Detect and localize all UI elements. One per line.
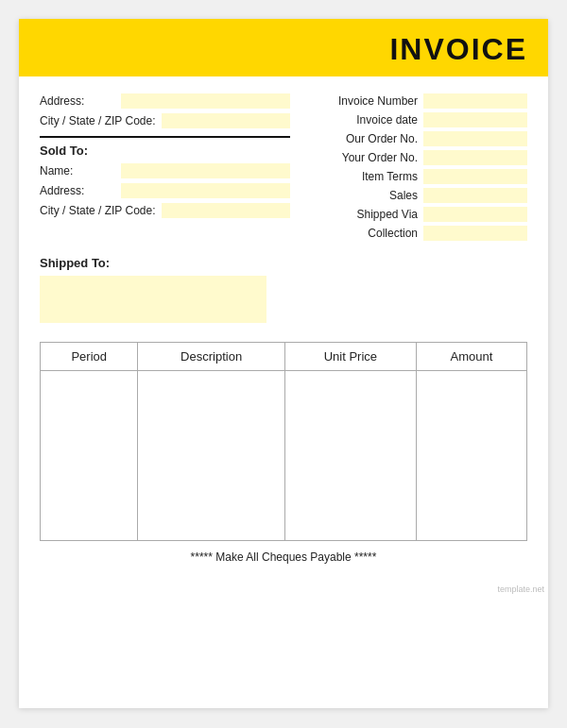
invoice-date-row: Invoice date — [300, 112, 527, 127]
right-column: Invoice Number Invoice date Our Order No… — [300, 93, 527, 245]
invoice-number-input[interactable] — [423, 93, 527, 109]
footer-text: ***** Make All Cheques Payable ***** — [40, 550, 527, 564]
sold-city-input[interactable] — [162, 203, 291, 218]
period-cell[interactable] — [41, 371, 138, 541]
col-description: Description — [138, 343, 284, 371]
our-order-label: Our Order No. — [346, 132, 418, 145]
sold-address-row: Address: — [40, 183, 290, 198]
collection-label: Collection — [368, 227, 418, 240]
invoice-number-label: Invoice Number — [338, 94, 418, 108]
sold-to-label: Sold To: — [40, 144, 290, 158]
sold-address-label: Address: — [40, 184, 115, 197]
city-label: City / State / ZIP Code: — [40, 114, 156, 127]
our-order-row: Our Order No. — [300, 131, 527, 146]
invoice-date-label: Invoice date — [356, 113, 418, 127]
sold-city-label: City / State / ZIP Code: — [40, 204, 156, 217]
table-row — [41, 371, 527, 541]
shipped-to-box[interactable] — [40, 276, 266, 323]
amount-cell[interactable] — [416, 371, 526, 541]
invoice-header: INVOICE — [19, 19, 548, 76]
address-label: Address: — [40, 94, 115, 108]
shipped-via-label: Shipped Via — [357, 208, 419, 221]
city-input[interactable] — [162, 113, 291, 128]
body-content: Address: City / State / ZIP Code: Sold T… — [19, 76, 548, 583]
col-amount: Amount — [416, 343, 526, 371]
left-column: Address: City / State / ZIP Code: Sold T… — [40, 93, 290, 245]
your-order-label: Your Order No. — [342, 151, 418, 164]
sold-name-label: Name: — [40, 164, 115, 178]
top-section: Address: City / State / ZIP Code: Sold T… — [40, 93, 527, 245]
city-row: City / State / ZIP Code: — [40, 113, 290, 128]
sales-row: Sales — [300, 188, 527, 203]
shipped-via-row: Shipped Via — [300, 207, 527, 222]
sales-label: Sales — [389, 189, 418, 202]
address-input[interactable] — [121, 93, 290, 109]
sold-city-row: City / State / ZIP Code: — [40, 203, 290, 218]
invoice-table: Period Description Unit Price Amount — [40, 342, 527, 541]
sales-input[interactable] — [423, 188, 527, 203]
item-terms-row: Item Terms — [300, 169, 527, 184]
col-period: Period — [41, 343, 138, 371]
your-order-row: Your Order No. — [300, 150, 527, 165]
description-cell[interactable] — [138, 371, 284, 541]
our-order-input[interactable] — [423, 131, 527, 146]
item-terms-input[interactable] — [423, 169, 527, 184]
invoice-page: INVOICE Address: City / State / ZIP Code… — [19, 19, 548, 708]
sold-address-input[interactable] — [121, 183, 290, 198]
invoice-number-row: Invoice Number — [300, 93, 527, 109]
item-terms-label: Item Terms — [362, 170, 418, 183]
unit-price-cell[interactable] — [284, 371, 416, 541]
your-order-input[interactable] — [423, 150, 527, 165]
shipped-to-section: Shipped To: — [40, 256, 527, 323]
sold-name-input[interactable] — [121, 163, 290, 178]
address-row: Address: — [40, 93, 290, 109]
divider — [40, 136, 290, 138]
invoice-date-input[interactable] — [423, 112, 527, 127]
collection-row: Collection — [300, 226, 527, 241]
invoice-title: INVOICE — [40, 32, 527, 67]
shipped-via-input[interactable] — [423, 207, 527, 222]
collection-input[interactable] — [423, 226, 527, 241]
shipped-to-label: Shipped To: — [40, 256, 527, 270]
sold-name-row: Name: — [40, 163, 290, 178]
watermark: template.net — [19, 583, 548, 596]
col-unit-price: Unit Price — [284, 343, 416, 371]
